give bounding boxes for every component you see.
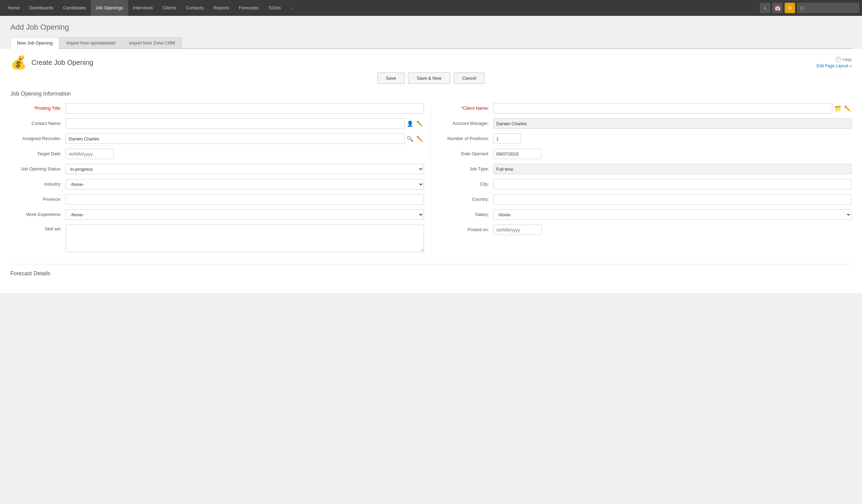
skill-set-row: Skill set: [10, 225, 424, 252]
recruiter-edit-icon[interactable]: ✏️ [416, 135, 424, 143]
skill-set-textarea[interactable] [66, 225, 424, 252]
client-name-field: 🗂️ ✏️ [493, 103, 852, 113]
navbar-right: + 📅 ✉ [760, 3, 859, 13]
save-button[interactable]: Save [377, 72, 405, 84]
tab-import-zoho[interactable]: Import from Zoho CRM [123, 37, 182, 48]
posted-on-row: Posted on: [438, 225, 852, 235]
nav-job-openings[interactable]: Job Openings [91, 0, 128, 16]
posted-on-label: Posted on: [438, 227, 493, 233]
contact-name-row: Contact Name: 👤 ✏️ [10, 118, 424, 129]
search-input[interactable] [797, 3, 859, 13]
contact-edit-icon[interactable]: ✏️ [416, 120, 424, 128]
city-label: City: [438, 181, 493, 187]
client-edit-icon[interactable]: ✏️ [843, 105, 852, 112]
posting-title-row: *Posting Title: [10, 103, 424, 113]
contact-name-field: 👤 ✏️ [66, 118, 424, 129]
province-input[interactable] [66, 194, 424, 205]
contact-lookup-icon[interactable]: 👤 [406, 120, 414, 128]
posted-on-input[interactable] [493, 225, 542, 235]
job-type-input [493, 164, 852, 174]
date-opened-label: Date Opened: [438, 151, 493, 157]
work-experience-select[interactable]: -None- 0-1 years 1-3 years 3-5 years 5+ … [66, 209, 424, 220]
section-divider [10, 264, 852, 264]
target-date-label: Target Date: [10, 151, 66, 157]
target-date-row: Target Date: [10, 149, 424, 159]
salary-select[interactable]: -None- 10k-20k 20k-40k 40k-60k 60k+ [493, 209, 852, 220]
form-icon: 💰 [10, 56, 27, 69]
account-manager-input [493, 118, 852, 129]
country-input[interactable] [493, 194, 852, 205]
work-experience-row: Work Experience: -None- 0-1 years 1-3 ye… [10, 209, 424, 220]
job-type-label: Job Type: [438, 166, 493, 172]
nav-interviews[interactable]: Interviews [128, 0, 158, 16]
country-row: Country: [438, 194, 852, 205]
city-input[interactable] [493, 179, 852, 189]
calendar-button[interactable]: 📅 [772, 3, 783, 13]
client-name-label: *Client Name: [438, 105, 493, 111]
save-new-button[interactable]: Save & New [408, 72, 450, 84]
industry-row: Industry: -None- Technology Finance Heal… [10, 179, 424, 189]
recruiter-lookup-icon[interactable]: 🔍 [406, 135, 414, 143]
nav-dashboards[interactable]: Dashboards [25, 0, 58, 16]
form-title-area: 💰 Create Job Opening [10, 56, 93, 69]
edit-layout-link[interactable]: Edit Page Layout » [817, 63, 852, 68]
nav-forecasts[interactable]: Forecasts [234, 0, 263, 16]
posting-title-input[interactable] [66, 103, 424, 113]
date-opened-row: Date Opened: [438, 149, 852, 159]
action-buttons: Save Save & New Cancel [10, 72, 852, 84]
client-name-input[interactable] [493, 103, 833, 113]
nav-home[interactable]: Home [3, 0, 25, 16]
client-lookup-icon[interactable]: 🗂️ [834, 105, 842, 112]
number-of-positions-label: Number of Positions: [438, 136, 493, 142]
contact-name-input[interactable] [66, 118, 405, 129]
tab-import-spreadsheet[interactable]: Import from spreadsheet [60, 37, 122, 48]
job-opening-status-label: Job Opening Status: [10, 166, 66, 172]
section-title: Job Opening Information [10, 91, 852, 97]
form-right-column: *Client Name: 🗂️ ✏️ Account Manager: Num… [431, 103, 852, 257]
mail-button[interactable]: ✉ [785, 3, 795, 13]
nav-clients[interactable]: Clients [158, 0, 181, 16]
tabs: New Job Opening Import from spreadsheet … [10, 37, 852, 49]
number-of-positions-row: Number of Positions: [438, 134, 852, 144]
number-of-positions-input[interactable] [493, 134, 521, 144]
job-opening-status-select[interactable]: In-progress Active Filled Cancelled [66, 164, 424, 174]
nav-more[interactable]: ··· [286, 0, 299, 16]
page-header: Add Job Opening New Job Opening Import f… [0, 16, 862, 49]
industry-label: Industry: [10, 181, 66, 187]
industry-select[interactable]: -None- Technology Finance Healthcare [66, 179, 424, 189]
forecast-section-title: Forecast Details [10, 270, 852, 277]
assigned-recruiter-row: Assigned Recruiter: 🔍 ✏️ [10, 134, 424, 144]
salary-label: Salary: [438, 211, 493, 218]
province-label: Province: [10, 196, 66, 202]
province-row: Province: [10, 194, 424, 205]
assigned-recruiter-label: Assigned Recruiter: [10, 136, 66, 142]
main-content: 💰 Create Job Opening ? Help Edit Page La… [0, 49, 862, 293]
cancel-button[interactable]: Cancel [454, 72, 485, 84]
skill-set-label: Skill set: [10, 225, 66, 232]
tab-new-job-opening[interactable]: New Job Opening [10, 37, 59, 49]
target-date-input[interactable] [66, 149, 114, 159]
add-button[interactable]: + [760, 3, 770, 13]
form-header: 💰 Create Job Opening ? Help Edit Page La… [10, 56, 852, 69]
client-name-row: *Client Name: 🗂️ ✏️ [438, 103, 852, 113]
forecast-section: Forecast Details [10, 264, 852, 277]
help-link[interactable]: ? Help [835, 57, 852, 62]
date-opened-input[interactable] [493, 149, 542, 159]
nav-todos[interactable]: ToDos [263, 0, 286, 16]
work-experience-label: Work Experience: [10, 211, 66, 218]
help-area: ? Help Edit Page Layout » [817, 57, 852, 68]
nav-candidates[interactable]: Candidates [58, 0, 91, 16]
nav-contacts[interactable]: Contacts [181, 0, 209, 16]
form-grid: *Posting Title: Contact Name: 👤 ✏️ Assig… [10, 103, 852, 257]
assigned-recruiter-input[interactable] [66, 134, 405, 144]
contact-name-label: Contact Name: [10, 120, 66, 127]
job-opening-status-row: Job Opening Status: In-progress Active F… [10, 164, 424, 174]
salary-row: Salary: -None- 10k-20k 20k-40k 40k-60k 6… [438, 209, 852, 220]
navbar: Home Dashboards Candidates Job Openings … [0, 0, 862, 16]
question-icon: ? [835, 57, 841, 62]
posting-title-label: *Posting Title: [10, 105, 66, 111]
nav-reports[interactable]: Reports [209, 0, 234, 16]
job-type-row: Job Type: [438, 164, 852, 174]
form-left-column: *Posting Title: Contact Name: 👤 ✏️ Assig… [10, 103, 431, 257]
city-row: City: [438, 179, 852, 189]
